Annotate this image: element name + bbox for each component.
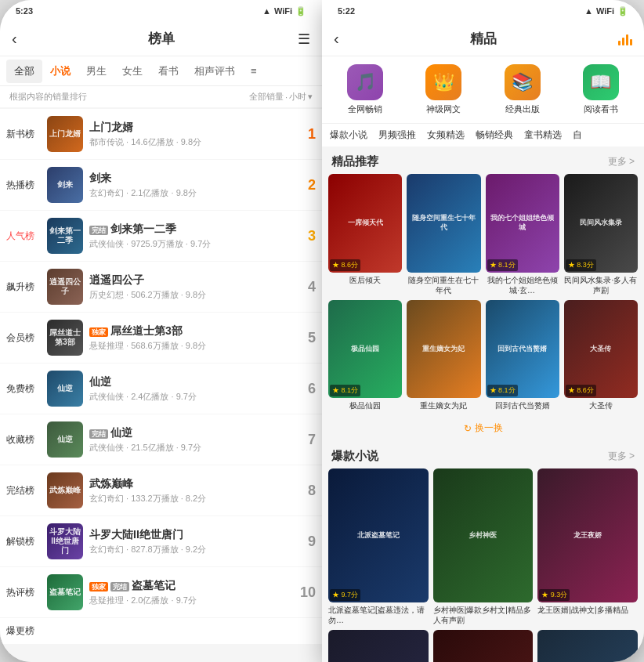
cat-readbook[interactable]: 📖 阅读看书 xyxy=(562,64,640,115)
premium-section-header: 精品推荐 更多 > xyxy=(322,147,644,174)
rank-item-5[interactable]: 仙逆仙逆武侠仙侠 · 2.4亿播放 · 9.7分6 xyxy=(41,367,322,411)
htag-auto[interactable]: 自 xyxy=(573,128,582,142)
rank-section-2: 人气榜剑来第一二季完结剑来第一二季武侠仙侠 · 9725.9万播放 · 9.7分… xyxy=(0,211,322,261)
premium-title-4: 极品仙园 xyxy=(328,400,402,411)
rank-item-0[interactable]: 上门龙婿上门龙婿都市传说 · 14.6亿播放 · 9.8分1 xyxy=(41,112,322,156)
left-header: ‹ 榜单 ☰ xyxy=(0,22,322,56)
tab-all[interactable]: 全部 xyxy=(6,60,42,83)
right-time: 5:22 xyxy=(338,6,355,16)
tab-male[interactable]: 男生 xyxy=(78,60,114,83)
right-content: 🎵 全网畅销 👑 神级网文 📚 经典出版 📖 阅读看书 爆款小说 男频强推 女频… xyxy=(322,56,644,662)
rank-label-5: 免费榜 xyxy=(0,364,41,414)
premium-cover-1: 随身空间重生七十年代 xyxy=(407,174,480,273)
cat-super[interactable]: 👑 神级网文 xyxy=(404,64,483,115)
rank-cover-4: 屌丝道士第3部 xyxy=(47,320,83,356)
explosion-item-5[interactable]: 友谊友谊 xyxy=(537,630,638,662)
premium-cover-4: 极品仙园★ 8.1分 xyxy=(328,300,402,399)
rank-desc-5: 武侠仙侠 · 2.4亿播放 · 9.7分 xyxy=(89,391,291,403)
right-phone: 5:22 ▲ WiFi 🔋 ‹ 精品 🎵 全网畅销 👑 神级网文 xyxy=(322,0,644,662)
tab-listen[interactable]: 看书 xyxy=(150,60,186,83)
rank-name-5: 仙逆 xyxy=(89,375,291,389)
explosion-section-more[interactable]: 更多 > xyxy=(608,450,635,463)
rank-label-7: 完结榜 xyxy=(0,465,41,515)
cat-allnet[interactable]: 🎵 全网畅销 xyxy=(326,64,404,115)
premium-item-6[interactable]: 回到古代当赘婿★ 8.1分回到古代当赘婿 xyxy=(486,300,559,411)
premium-item-1[interactable]: 随身空间重生七十年代随身空间重生在七十年代 xyxy=(407,174,480,295)
premium-item-7[interactable]: 大圣传★ 8.6分大圣传 xyxy=(564,300,638,411)
rank-item-9[interactable]: 盗墓笔记独家完结盗墓笔记悬疑推理 · 2.0亿播放 · 9.7分10 xyxy=(41,570,322,614)
htag-female-sel[interactable]: 女频精选 xyxy=(427,128,465,142)
htag-explosion[interactable]: 爆款小说 xyxy=(330,128,367,142)
cat-classic[interactable]: 📚 经典出版 xyxy=(483,64,562,115)
explosion-item-3[interactable]: 官道无疆官道无疆著 xyxy=(328,630,429,662)
rank-section-6: 收藏榜仙逆完结仙逆武侠仙侠 · 21.5亿播放 · 9.7分7 xyxy=(0,414,322,465)
cat-readbook-icon: 📖 xyxy=(583,64,619,100)
rank-cover-0: 上门龙婿 xyxy=(47,116,83,152)
premium-grid: 一席倾天代★ 8.6分医后倾天随身空间重生七十年代随身空间重生在七十年代我的七个… xyxy=(322,174,644,415)
explosion-item-4[interactable]: 权力权力 xyxy=(433,630,534,662)
premium-item-2[interactable]: 我的七个姐姐绝色倾城★ 8.1分我的七个姐姐绝色倾城·玄… xyxy=(486,174,559,295)
rank-section-4: 会员榜屌丝道士第3部独家屌丝道士第3部悬疑推理 · 568.6万播放 · 9.8… xyxy=(0,313,322,363)
premium-item-3[interactable]: 民间风水集录★ 8.3分民间风水集录·多人有声剧 xyxy=(564,174,638,295)
left-back-button[interactable]: ‹ xyxy=(12,30,17,48)
cat-readbook-label: 阅读看书 xyxy=(584,103,618,115)
right-status-bar: 5:22 ▲ WiFi 🔋 xyxy=(322,0,644,22)
cat-allnet-icon: 🎵 xyxy=(347,64,383,100)
premium-item-4[interactable]: 极品仙园★ 8.1分极品仙园 xyxy=(328,300,402,411)
rank-item-2[interactable]: 剑来第一二季完结剑来第一二季武侠仙侠 · 9725.9万播放 · 9.7分3 xyxy=(41,214,322,258)
rank-cover-3: 逍遥四公子 xyxy=(47,269,83,305)
explosion-cover-3: 官道无疆 xyxy=(328,630,429,662)
explosion-cover-4: 权力 xyxy=(433,630,534,662)
rank-item-6[interactable]: 仙逆完结仙逆武侠仙侠 · 21.5亿播放 · 9.7分7 xyxy=(41,418,322,461)
rank-item-4[interactable]: 屌丝道士第3部独家屌丝道士第3部悬疑推理 · 568.6万播放 · 9.8分5 xyxy=(41,316,322,360)
rank-label-0: 新书榜 xyxy=(0,109,41,159)
rank-num-1: 2 xyxy=(297,177,316,194)
explosion-title-0: 北派盗墓笔记[盗墓违法，请勿… xyxy=(328,605,429,625)
tab-comic[interactable]: 相声评书 xyxy=(186,60,243,83)
htag-children[interactable]: 童书精选 xyxy=(524,128,562,142)
explosion-cover-5: 友谊 xyxy=(537,630,638,662)
explosion-title-1: 乡村神医|爆款乡村文|精品多人有声剧 xyxy=(433,605,534,625)
htag-bar: 爆款小说 男频强推 女频精选 畅销经典 童书精选 自 xyxy=(322,123,644,147)
premium-section-more[interactable]: 更多 > xyxy=(608,155,635,168)
premium-title-1: 随身空间重生在七十年代 xyxy=(407,275,480,295)
htag-bestsell[interactable]: 畅销经典 xyxy=(476,128,513,142)
htag-male-rec[interactable]: 男频强推 xyxy=(378,128,416,142)
rank-name-0: 上门龙婿 xyxy=(89,121,291,135)
cat-classic-label: 经典出版 xyxy=(505,103,540,115)
score-badge-2: ★ 8.1分 xyxy=(487,259,518,271)
tab-female[interactable]: 女生 xyxy=(114,60,150,83)
rank-section-9: 热评榜盗墓笔记独家完结盗墓笔记悬疑推理 · 2.0亿播放 · 9.7分10 xyxy=(0,567,322,617)
rank-num-5: 6 xyxy=(297,381,316,397)
rank-filter-sort[interactable]: 全部销量 · 小时 ▾ xyxy=(249,91,313,103)
explosion-item-2[interactable]: 龙王夜娇★ 9.3分龙王医婿|战神文|多播精品 xyxy=(537,468,638,624)
explosion-grid: 北派盗墓笔记★ 9.7分北派盗墓笔记[盗墓违法，请勿…乡村神医乡村神医|爆款乡村… xyxy=(322,468,644,662)
explosion-item-0[interactable]: 北派盗墓笔记★ 9.7分北派盗墓笔记[盗墓违法，请勿… xyxy=(328,468,429,624)
left-menu-icon[interactable]: ☰ xyxy=(298,31,310,48)
premium-cover-2: 我的七个姐姐绝色倾城★ 8.1分 xyxy=(486,174,559,273)
right-status-icons: ▲ WiFi 🔋 xyxy=(584,6,628,16)
refresh-icon: ↻ xyxy=(464,423,472,434)
premium-cover-7: 大圣传★ 8.6分 xyxy=(564,300,638,399)
rank-item-8[interactable]: 斗罗大陆II绝世唐门斗罗大陆II绝世唐门玄幻奇幻 · 827.8万播放 · 9.… xyxy=(41,519,322,563)
rank-item-1[interactable]: 剑来剑来玄幻奇幻 · 2.1亿播放 · 9.8分2 xyxy=(41,163,322,207)
rank-desc-9: 悬疑推理 · 2.0亿播放 · 9.7分 xyxy=(89,595,291,606)
score-badge-0: ★ 8.6分 xyxy=(330,259,360,271)
premium-title-2: 我的七个姐姐绝色倾城·玄… xyxy=(486,275,559,295)
premium-title-3: 民间风水集录·多人有声剧 xyxy=(564,275,638,295)
rank-desc-6: 武侠仙侠 · 21.5亿播放 · 9.7分 xyxy=(89,442,291,454)
chart-icon[interactable] xyxy=(618,33,632,45)
premium-item-0[interactable]: 一席倾天代★ 8.6分医后倾天 xyxy=(328,174,402,295)
right-back-button[interactable]: ‹ xyxy=(334,30,339,48)
rank-label-6: 收藏榜 xyxy=(0,414,41,465)
rank-item-3[interactable]: 逍遥四公子逍遥四公子历史幻想 · 506.2万播放 · 9.8分4 xyxy=(41,265,322,309)
refresh-row[interactable]: ↻ 换一换 xyxy=(322,415,644,441)
rank-section-1: 热播榜剑来剑来玄幻奇幻 · 2.1亿播放 · 9.8分2 xyxy=(0,160,322,210)
premium-title-7: 大圣传 xyxy=(564,400,638,411)
tab-novel[interactable]: 小说 xyxy=(42,60,78,83)
rank-cover-7: 武炼巅峰 xyxy=(47,472,83,508)
premium-item-5[interactable]: 重生嫡女为妃重生嫡女为妃 xyxy=(407,300,480,411)
explosion-item-1[interactable]: 乡村神医乡村神医|爆款乡村文|精品多人有声剧 xyxy=(433,468,534,624)
rank-item-7[interactable]: 武炼巅峰武炼巅峰玄幻奇幻 · 133.2万播放 · 8.2分8 xyxy=(41,468,322,512)
tab-menu-icon[interactable]: ≡ xyxy=(243,60,265,81)
